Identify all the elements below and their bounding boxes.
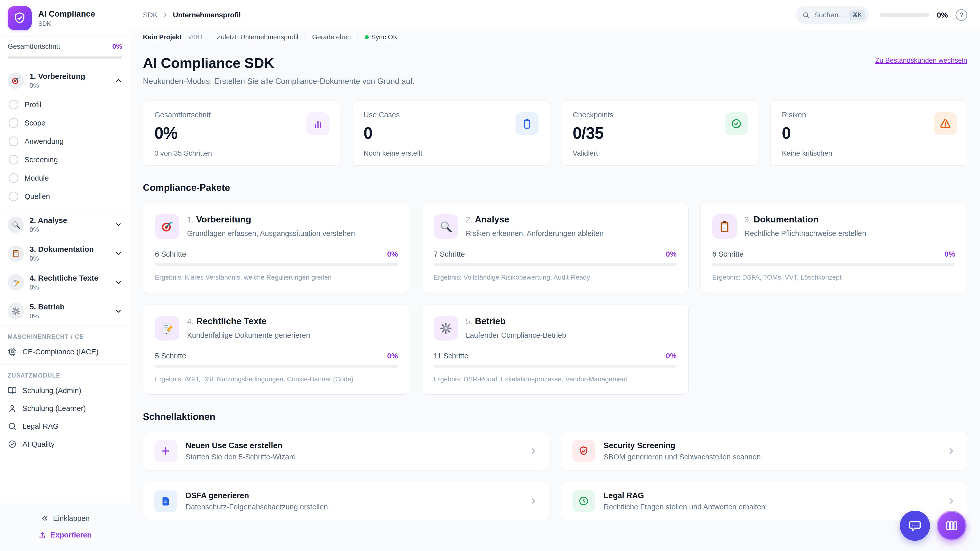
quick-action-subtitle: Rechtliche Fragen stellen und Antworten … — [604, 503, 765, 511]
package-card-analyse[interactable]: 2.Analyse Risiken erkennen, Anforderunge… — [422, 203, 689, 293]
nav-section-header-analyse[interactable]: 2. Analyse 0% — [0, 210, 130, 239]
package-description: Laufender Compliance-Betrieb — [466, 330, 566, 340]
chevron-down-icon — [115, 221, 122, 229]
help-button[interactable]: ? — [956, 9, 967, 21]
stat-sub: Validiert — [573, 149, 747, 157]
search-icon — [802, 11, 810, 19]
keyboard-shortcut-badge: ⌘K — [849, 10, 865, 20]
chat-fab-button[interactable] — [900, 511, 930, 541]
quick-action-security-screening[interactable]: Security Screening SBOM generieren und S… — [561, 432, 967, 470]
sidebar-nav: 1. Vorbereitung 0% Profil Scope Anwendun… — [0, 66, 130, 503]
package-title: Vorbereitung — [196, 214, 251, 224]
package-percent: 0% — [387, 352, 398, 360]
sidebar-item-schulung-learner[interactable]: Schulung (Learner) — [0, 400, 130, 417]
nav-section-header-dokumentation[interactable]: 3. Dokumentation 0% — [0, 239, 130, 268]
export-button[interactable]: Exportieren — [0, 527, 130, 543]
stat-label: Risiken — [782, 111, 956, 119]
quick-action-dsfa-generieren[interactable]: DSFA generieren Datenschutz-Folgenabscha… — [143, 482, 549, 520]
memo-emoji-icon — [155, 316, 180, 341]
clipboard-emoji-icon — [712, 214, 737, 239]
sidebar-item-ce-compliance[interactable]: CE-Compliance (IACE) — [0, 343, 130, 361]
search-input[interactable]: Suchen... ⌘K — [796, 6, 869, 24]
package-percent: 0% — [945, 250, 955, 259]
chevron-up-icon — [115, 77, 122, 84]
stat-value: 0 — [364, 124, 538, 143]
sidebar-item-scope[interactable]: Scope — [0, 114, 130, 132]
header-progress-bar — [880, 13, 929, 17]
book-open-icon — [8, 386, 17, 395]
header-progress-value: 0% — [937, 11, 948, 19]
stat-value: 0/35 — [573, 124, 747, 143]
sidebar-item-ai-quality[interactable]: AI Quality — [0, 435, 130, 453]
chevron-down-icon — [115, 250, 122, 257]
package-card-vorbereitung[interactable]: 1.Vorbereitung Grundlagen erfassen, Ausg… — [143, 203, 410, 293]
quick-action-new-use-case[interactable]: Neuen Use Case erstellen Starten Sie den… — [143, 432, 549, 470]
stat-card-use-cases: Use Cases 0 Noch keine erstellt — [352, 100, 549, 165]
paragraph-circle-icon: § — [573, 490, 595, 512]
package-card-rechtliche-texte[interactable]: 4.Rechtliche Texte Kundenfähige Dokument… — [143, 305, 410, 395]
sidebar-item-label: Legal RAG — [22, 422, 59, 430]
sidebar-item-module[interactable]: Module — [0, 169, 130, 187]
package-progress-bar — [155, 365, 398, 368]
package-steps: 5 Schritte — [155, 352, 186, 360]
sidebar-item-label: Quellen — [24, 192, 50, 201]
quick-actions-grid: Neuen Use Case erstellen Starten Sie den… — [143, 432, 967, 520]
radio-circle-icon — [9, 192, 18, 201]
nav-section-header-vorbereitung[interactable]: 1. Vorbereitung 0% — [0, 66, 130, 95]
package-card-betrieb[interactable]: 5.Betrieb Laufender Compliance-Betrieb 1… — [422, 305, 689, 395]
package-number: 3. — [745, 215, 751, 224]
package-number: 2. — [466, 215, 473, 224]
page-title: AI Compliance SDK — [143, 55, 415, 71]
kanban-board-fab-button[interactable] — [937, 511, 967, 541]
sidebar-item-label: AI Quality — [22, 440, 55, 448]
package-card-dokumentation[interactable]: 3.Dokumentation Rechtliche Pflichtnachwe… — [700, 203, 967, 293]
sidebar-item-label: Profil — [24, 100, 41, 109]
nav-section-label: 1. Vorbereitung — [30, 72, 109, 81]
sidebar: AI Compliance SDK Gesamtfortschritt 0% 1… — [0, 0, 130, 551]
package-steps: 6 Schritte — [155, 250, 186, 259]
nav-section-percent: 0% — [30, 226, 109, 233]
sidebar-item-quellen[interactable]: Quellen — [0, 187, 130, 206]
chevrons-left-icon — [40, 514, 49, 523]
main-area: SDK Unternehmensprofil Suchen... ⌘K 0% ?… — [130, 0, 980, 551]
status-sync: Sync OK — [365, 33, 398, 41]
nav-section-percent: 0% — [30, 255, 109, 262]
app-logo-block: AI Compliance SDK — [0, 0, 130, 37]
sidebar-item-anwendung[interactable]: Anwendung — [0, 132, 130, 151]
magnifier-emoji-icon — [8, 217, 24, 233]
app-subtitle: SDK — [38, 20, 95, 27]
overall-progress-label: Gesamtfortschritt — [8, 43, 60, 51]
sidebar-item-label: Scope — [24, 119, 45, 127]
sidebar-item-legal-rag[interactable]: Legal RAG — [0, 417, 130, 435]
package-description: Risiken erkennen, Anforderungen ableiten — [466, 229, 604, 238]
breadcrumb-root[interactable]: SDK — [143, 11, 158, 19]
package-result: Ergebnis: Klares Verständnis, welche Reg… — [155, 273, 398, 281]
nav-section-label: 3. Dokumentation — [30, 245, 109, 254]
nav-subitems-vorbereitung: Profil Scope Anwendung Screening Module … — [0, 95, 130, 210]
sidebar-footer: Einklappen Exportieren — [0, 503, 130, 551]
sidebar-item-screening[interactable]: Screening — [0, 151, 130, 169]
package-result: Ergebnis: Vollständige Risikobewertung, … — [434, 273, 676, 281]
package-title: Dokumentation — [754, 214, 819, 224]
collapse-sidebar-button[interactable]: Einklappen — [0, 510, 130, 527]
memo-emoji-icon — [8, 274, 24, 291]
switch-mode-link[interactable]: Zu Bestandskunden wechseln — [875, 57, 967, 65]
sidebar-item-label: Screening — [24, 156, 58, 164]
sidebar-item-label: Module — [24, 174, 49, 183]
sidebar-item-schulung-admin[interactable]: Schulung (Admin) — [0, 382, 130, 400]
nav-section-header-rechtliche-texte[interactable]: 4. Rechtliche Texte 0% — [0, 268, 130, 297]
group-label-maschinenrecht: MASCHINENRECHT / CE — [0, 326, 130, 343]
package-steps: 6 Schritte — [712, 250, 744, 259]
package-description: Kundenfähige Dokumente generieren — [187, 330, 310, 340]
chevron-right-icon — [162, 12, 169, 18]
page-content: AI Compliance SDK Neukunden-Modus: Erste… — [130, 44, 980, 551]
package-description: Grundlagen erfassen, Ausgangssituation v… — [187, 229, 355, 238]
stat-card-risiken: Risiken 0 Keine kritischen — [770, 100, 967, 165]
quick-action-title: Security Screening — [604, 441, 761, 450]
sidebar-item-profil[interactable]: Profil — [0, 95, 130, 114]
shield-check-icon — [573, 440, 595, 462]
quick-action-subtitle: Datenschutz-Folgenabschaetzung erstellen — [186, 503, 328, 511]
nav-section-header-betrieb[interactable]: 5. Betrieb 0% — [0, 297, 130, 326]
stat-value: 0 — [782, 124, 956, 143]
stat-label: Gesamtfortschritt — [154, 111, 328, 119]
